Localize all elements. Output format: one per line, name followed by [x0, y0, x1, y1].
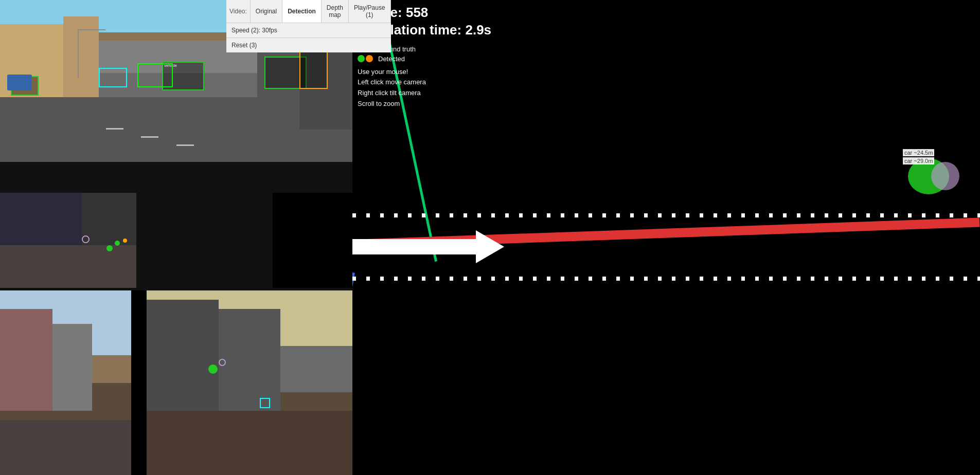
video-feed-middle: [0, 193, 273, 288]
tab-depth-map[interactable]: Depth map: [322, 0, 349, 23]
legend-detected: Detected: [358, 55, 491, 63]
video-feed-bottom: [0, 290, 352, 475]
reset-button[interactable]: Reset (3): [226, 38, 391, 52]
direction-arrow: [352, 226, 507, 267]
road-dots-lower: [352, 277, 980, 281]
right-panel: Frame: 558 Simulation time: 2.9s Ground …: [352, 0, 980, 475]
legend-dot-green: [358, 55, 365, 62]
blue-line: [352, 272, 355, 475]
tab-detection[interactable]: Detection: [282, 0, 322, 23]
gt-car: [931, 162, 959, 190]
label-car-245: car ~24.5m: [903, 149, 934, 156]
legend-detected-dots: [358, 55, 374, 62]
instruction-4: Scroll to zoom: [358, 99, 491, 109]
video-toolbar: Video: Original Detection Depth map Play…: [226, 0, 391, 52]
video-label: Video:: [226, 0, 251, 23]
legend-dot-orange: [366, 55, 373, 62]
instruction-3: Right click tilt camera: [358, 88, 491, 99]
label-car-290: car ~29.0m: [903, 157, 934, 165]
speed-button[interactable]: Speed (2): 30fps: [226, 23, 391, 38]
left-panel: person vehicle: [0, 0, 352, 475]
play-pause-button[interactable]: Play/Pause (1): [349, 0, 391, 23]
road-dots-upper: [352, 213, 980, 217]
toolbar-row1: Video: Original Detection Depth map Play…: [226, 0, 391, 23]
toolbar-row2: Speed (2): 30fps: [226, 23, 391, 38]
tab-original[interactable]: Original: [251, 0, 282, 23]
car-group-mid-left: car ~24.5m car ~29.0m: [903, 149, 934, 163]
instruction-1: Use your mouse!: [358, 67, 491, 78]
toolbar-row3: Reset (3): [226, 38, 391, 52]
instructions-block: Use your mouse! Left click move camera R…: [358, 67, 491, 109]
black-separator-1: [0, 162, 352, 193]
legend-detected-label: Detected: [378, 55, 405, 63]
svg-marker-0: [352, 230, 504, 263]
instruction-2: Left click move camera: [358, 77, 491, 88]
